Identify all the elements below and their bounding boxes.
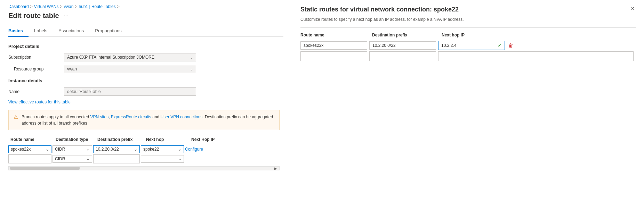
panel-table-header: Route name Destination prefix Next hop I… (300, 31, 636, 39)
chevron-down-icon: ⌄ (178, 147, 182, 152)
resource-group-label: Resource group (8, 67, 64, 71)
name-input[interactable] (64, 87, 196, 96)
breadcrumb-vwan[interactable]: vwan (64, 4, 73, 9)
breadcrumb: Dashboard > Virtual WANs > vwan > hub1 |… (8, 4, 283, 9)
pcol-header-next-hop-ip: Next hop IP (440, 31, 636, 39)
ellipsis-button[interactable]: ··· (62, 12, 71, 20)
name-label: Name (8, 89, 64, 94)
breadcrumb-virtual-wans[interactable]: Virtual WANs (34, 4, 59, 9)
vpn-sites-link[interactable]: VPN sites (90, 115, 108, 119)
chevron-down-icon: ⌄ (46, 147, 49, 152)
panel-title: Static routes for virtual network connec… (300, 6, 459, 14)
col-header-route-name: Route name (8, 136, 54, 143)
scrollbar-thumb[interactable] (10, 167, 80, 170)
name-row: Name (8, 87, 283, 96)
panel-title-row: Static routes for virtual network connec… (300, 6, 636, 14)
empty-next-hop-dropdown[interactable]: ⌄ (141, 155, 184, 163)
panel-empty-next-hop-ip[interactable] (438, 51, 634, 61)
subscription-row: Subscription Azure CXP FTA Internal Subs… (8, 53, 283, 61)
warning-box: ⚠ Branch routes apply to all connected V… (8, 110, 280, 130)
panel-empty-route-name[interactable] (300, 51, 367, 61)
pcol-header-dest-prefix: Destination prefix (370, 31, 440, 39)
chevron-down-icon: ⌄ (86, 147, 90, 152)
chevron-down-icon: ⌄ (190, 56, 193, 59)
route-name-dropdown[interactable]: spokes22x ⌄ (8, 145, 51, 153)
tab-labels[interactable]: Labels (29, 25, 53, 37)
col-header-dest-type: Destination type (54, 136, 95, 143)
panel-empty-row (300, 51, 636, 61)
subscription-label: Subscription (8, 55, 64, 60)
warning-icon: ⚠ (14, 114, 18, 120)
view-effective-routes-link[interactable]: View effective routes for this table (8, 100, 71, 104)
configure-link[interactable]: Configure (185, 147, 203, 152)
tab-propagations[interactable]: Propagations (89, 25, 127, 37)
instance-details-title: Instance details (8, 78, 283, 83)
route-table-container: Route name Destination type Destination … (8, 136, 280, 170)
scroll-right-icon[interactable]: ▶ (273, 167, 279, 170)
empty-dest-type-dropdown[interactable]: CIDR ⌄ (53, 155, 92, 163)
delete-row-button[interactable]: 🗑 (507, 42, 515, 49)
pcol-header-route-name: Route name (300, 31, 370, 39)
panel-description: Customize routes to specify a next hop a… (300, 17, 636, 22)
panel-next-hop-ip-input[interactable]: 10.2.2.4 ✓ (438, 41, 505, 50)
divider (300, 27, 636, 28)
panel-route-name-input[interactable] (300, 41, 367, 50)
right-panel: Static routes for virtual network connec… (292, 0, 644, 203)
breadcrumb-dashboard[interactable]: Dashboard (8, 4, 29, 9)
resource-group-row: Resource group vwan ⌄ (8, 65, 283, 73)
chevron-down-icon: ⌄ (190, 67, 193, 71)
empty-dest-prefix-input[interactable] (93, 154, 140, 163)
col-header-dest-prefix: Destination prefix (95, 136, 144, 143)
col-header-next-hop-ip: Next Hop IP (189, 136, 231, 143)
resource-group-dropdown[interactable]: vwan ⌄ (64, 65, 196, 73)
tab-basics[interactable]: Basics (8, 25, 29, 37)
dest-type-dropdown[interactable]: CIDR ⌄ (53, 145, 92, 153)
breadcrumb-hub1-route-tables[interactable]: hub1 | Route Tables (79, 4, 115, 9)
empty-table-row: CIDR ⌄ ⌄ (8, 154, 280, 163)
panel-table-row: 10.2.2.4 ✓ 🗑 (300, 41, 636, 50)
route-table-header: Route name Destination type Destination … (8, 136, 280, 143)
subscription-dropdown[interactable]: Azure CXP FTA Internal Subscription JOMO… (64, 53, 196, 61)
chevron-down-icon: ⌄ (178, 157, 182, 161)
warning-text: Branch routes apply to all connected VPN… (22, 114, 274, 126)
dest-prefix-dropdown[interactable]: 10.2.20.0/22 ⌄ (93, 145, 140, 153)
chevron-down-icon: ⌄ (86, 157, 90, 161)
expressroute-link[interactable]: ExpressRoute circuits (111, 115, 151, 119)
tabs: Basics Labels Associations Propagations (8, 25, 283, 37)
col-header-next-hop: Next hop (144, 136, 189, 143)
page-title: Edit route table (8, 12, 59, 20)
panel-dest-prefix-input[interactable] (369, 41, 436, 50)
empty-route-name-input[interactable] (8, 154, 51, 163)
table-row: spokes22x ⌄ CIDR ⌄ 10.2.20.0/22 ⌄ spoke2… (8, 145, 280, 153)
tab-associations[interactable]: Associations (53, 25, 89, 37)
horizontal-scrollbar[interactable]: ▶ (8, 166, 280, 170)
chevron-down-icon: ⌄ (134, 147, 137, 152)
next-hop-dropdown[interactable]: spoke22 ⌄ (141, 145, 184, 153)
left-panel: Dashboard > Virtual WANs > vwan > hub1 |… (0, 0, 292, 203)
project-details-title: Project details (8, 44, 283, 49)
check-icon: ✓ (498, 43, 502, 48)
close-button[interactable]: × (630, 6, 636, 12)
page-title-row: Edit route table ··· (8, 12, 283, 20)
panel-empty-dest-prefix[interactable] (369, 51, 436, 61)
user-vpn-link[interactable]: User VPN connections (161, 115, 203, 119)
